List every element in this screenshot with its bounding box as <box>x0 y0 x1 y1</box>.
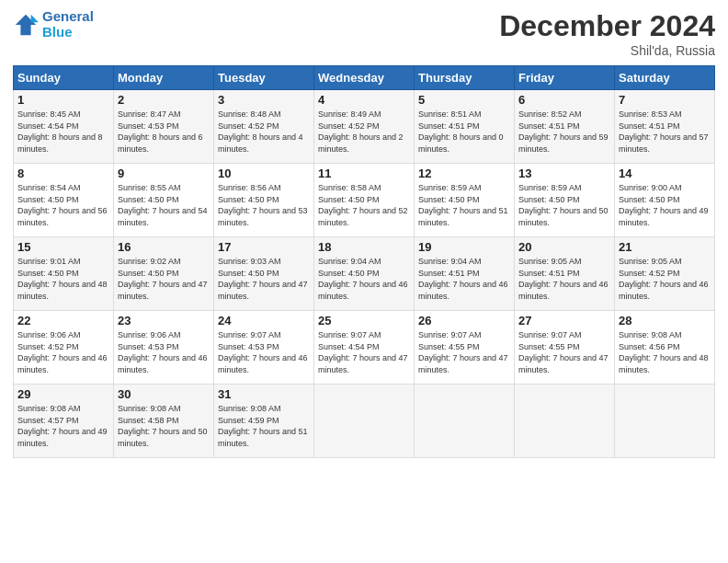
day-number: 20 <box>518 240 610 254</box>
day-number: 18 <box>318 240 410 254</box>
day-header-wednesday: Wednesday <box>314 66 415 90</box>
day-header-tuesday: Tuesday <box>214 66 314 90</box>
day-number: 15 <box>17 240 109 254</box>
header-row: SundayMondayTuesdayWednesdayThursdayFrid… <box>14 66 715 90</box>
day-number: 28 <box>619 314 711 327</box>
title-block: December 2024 Shil'da, Russia <box>499 9 715 58</box>
week-row-5: 29Sunrise: 9:08 AMSunset: 4:57 PMDayligh… <box>14 385 715 458</box>
cell-info: Sunrise: 9:07 AMSunset: 4:55 PMDaylight:… <box>518 329 610 375</box>
day-number: 25 <box>318 314 410 327</box>
day-number: 31 <box>218 387 310 401</box>
cell-info: Sunrise: 9:08 AMSunset: 4:59 PMDaylight:… <box>218 403 310 449</box>
day-cell: 20Sunrise: 9:05 AMSunset: 4:51 PMDayligh… <box>515 237 615 311</box>
day-cell: 2Sunrise: 8:47 AMSunset: 4:53 PMDaylight… <box>114 90 214 164</box>
day-cell <box>314 385 415 458</box>
day-cell: 6Sunrise: 8:52 AMSunset: 4:51 PMDaylight… <box>515 90 615 164</box>
day-cell: 14Sunrise: 9:00 AMSunset: 4:50 PMDayligh… <box>615 164 715 237</box>
cell-info: Sunrise: 9:04 AMSunset: 4:51 PMDaylight:… <box>418 256 510 302</box>
day-cell: 18Sunrise: 9:04 AMSunset: 4:50 PMDayligh… <box>314 237 415 311</box>
day-cell: 12Sunrise: 8:59 AMSunset: 4:50 PMDayligh… <box>415 164 515 237</box>
day-number: 3 <box>218 93 310 107</box>
day-number: 6 <box>518 93 610 107</box>
day-header-sunday: Sunday <box>14 66 114 90</box>
day-cell: 23Sunrise: 9:06 AMSunset: 4:53 PMDayligh… <box>114 311 214 385</box>
day-cell: 3Sunrise: 8:48 AMSunset: 4:52 PMDaylight… <box>214 90 314 164</box>
day-cell: 16Sunrise: 9:02 AMSunset: 4:50 PMDayligh… <box>114 237 214 311</box>
week-row-1: 1Sunrise: 8:45 AMSunset: 4:54 PMDaylight… <box>14 90 715 164</box>
week-row-3: 15Sunrise: 9:01 AMSunset: 4:50 PMDayligh… <box>14 237 715 311</box>
day-cell: 1Sunrise: 8:45 AMSunset: 4:54 PMDaylight… <box>14 90 114 164</box>
location: Shil'da, Russia <box>499 43 715 58</box>
cell-info: Sunrise: 9:01 AMSunset: 4:50 PMDaylight:… <box>17 256 109 302</box>
day-cell: 13Sunrise: 8:59 AMSunset: 4:50 PMDayligh… <box>515 164 615 237</box>
day-header-saturday: Saturday <box>615 66 715 90</box>
cell-info: Sunrise: 9:03 AMSunset: 4:50 PMDaylight:… <box>218 256 310 302</box>
day-cell: 24Sunrise: 9:07 AMSunset: 4:53 PMDayligh… <box>214 311 314 385</box>
day-cell: 17Sunrise: 9:03 AMSunset: 4:50 PMDayligh… <box>214 237 314 311</box>
day-cell: 8Sunrise: 8:54 AMSunset: 4:50 PMDaylight… <box>14 164 114 237</box>
day-cell: 10Sunrise: 8:56 AMSunset: 4:50 PMDayligh… <box>214 164 314 237</box>
cell-info: Sunrise: 8:53 AMSunset: 4:51 PMDaylight:… <box>619 109 711 155</box>
cell-info: Sunrise: 8:45 AMSunset: 4:54 PMDaylight:… <box>17 109 109 155</box>
day-cell: 31Sunrise: 9:08 AMSunset: 4:59 PMDayligh… <box>214 385 314 458</box>
cell-info: Sunrise: 9:06 AMSunset: 4:53 PMDaylight:… <box>118 329 210 375</box>
header: General Blue December 2024 Shil'da, Russ… <box>13 9 715 58</box>
day-number: 17 <box>218 240 310 254</box>
cell-info: Sunrise: 8:48 AMSunset: 4:52 PMDaylight:… <box>218 109 310 155</box>
cell-info: Sunrise: 8:59 AMSunset: 4:50 PMDaylight:… <box>418 182 510 228</box>
cell-info: Sunrise: 8:55 AMSunset: 4:50 PMDaylight:… <box>118 182 210 228</box>
day-header-thursday: Thursday <box>415 66 515 90</box>
cell-info: Sunrise: 9:05 AMSunset: 4:52 PMDaylight:… <box>619 256 711 302</box>
month-title: December 2024 <box>499 9 715 43</box>
day-cell: 5Sunrise: 8:51 AMSunset: 4:51 PMDaylight… <box>415 90 515 164</box>
day-number: 29 <box>17 387 109 401</box>
day-cell: 7Sunrise: 8:53 AMSunset: 4:51 PMDaylight… <box>615 90 715 164</box>
day-cell: 9Sunrise: 8:55 AMSunset: 4:50 PMDaylight… <box>114 164 214 237</box>
day-number: 10 <box>218 167 310 180</box>
logo-icon <box>13 12 39 38</box>
day-number: 13 <box>518 167 610 180</box>
day-number: 11 <box>318 167 410 180</box>
cell-info: Sunrise: 8:51 AMSunset: 4:51 PMDaylight:… <box>418 109 510 155</box>
cell-info: Sunrise: 9:08 AMSunset: 4:57 PMDaylight:… <box>17 403 109 449</box>
day-cell: 27Sunrise: 9:07 AMSunset: 4:55 PMDayligh… <box>515 311 615 385</box>
day-number: 26 <box>418 314 510 327</box>
cell-info: Sunrise: 9:04 AMSunset: 4:50 PMDaylight:… <box>318 256 410 302</box>
week-row-2: 8Sunrise: 8:54 AMSunset: 4:50 PMDaylight… <box>14 164 715 237</box>
day-number: 8 <box>17 167 109 180</box>
cell-info: Sunrise: 8:59 AMSunset: 4:50 PMDaylight:… <box>518 182 610 228</box>
day-number: 22 <box>17 314 109 327</box>
day-number: 12 <box>418 167 510 180</box>
day-cell: 30Sunrise: 9:08 AMSunset: 4:58 PMDayligh… <box>114 385 214 458</box>
cell-info: Sunrise: 8:49 AMSunset: 4:52 PMDaylight:… <box>318 109 410 155</box>
day-cell: 28Sunrise: 9:08 AMSunset: 4:56 PMDayligh… <box>615 311 715 385</box>
day-header-monday: Monday <box>114 66 214 90</box>
day-number: 7 <box>619 93 711 107</box>
day-cell <box>415 385 515 458</box>
day-number: 27 <box>518 314 610 327</box>
cell-info: Sunrise: 9:08 AMSunset: 4:58 PMDaylight:… <box>118 403 210 449</box>
day-number: 9 <box>118 167 210 180</box>
day-header-friday: Friday <box>515 66 615 90</box>
logo-text-line2: Blue <box>42 25 94 40</box>
day-number: 4 <box>318 93 410 107</box>
cell-info: Sunrise: 9:07 AMSunset: 4:55 PMDaylight:… <box>418 329 510 375</box>
day-number: 23 <box>118 314 210 327</box>
day-cell: 11Sunrise: 8:58 AMSunset: 4:50 PMDayligh… <box>314 164 415 237</box>
cell-info: Sunrise: 8:58 AMSunset: 4:50 PMDaylight:… <box>318 182 410 228</box>
day-cell: 22Sunrise: 9:06 AMSunset: 4:52 PMDayligh… <box>14 311 114 385</box>
day-cell: 15Sunrise: 9:01 AMSunset: 4:50 PMDayligh… <box>14 237 114 311</box>
day-number: 14 <box>619 167 711 180</box>
day-number: 1 <box>17 93 109 107</box>
svg-marker-1 <box>31 14 39 21</box>
day-cell: 21Sunrise: 9:05 AMSunset: 4:52 PMDayligh… <box>615 237 715 311</box>
cell-info: Sunrise: 9:02 AMSunset: 4:50 PMDaylight:… <box>118 256 210 302</box>
day-cell: 19Sunrise: 9:04 AMSunset: 4:51 PMDayligh… <box>415 237 515 311</box>
day-number: 30 <box>118 387 210 401</box>
day-number: 19 <box>418 240 510 254</box>
day-cell <box>515 385 615 458</box>
calendar-page: General Blue December 2024 Shil'da, Russ… <box>0 0 728 563</box>
cell-info: Sunrise: 8:54 AMSunset: 4:50 PMDaylight:… <box>17 182 109 228</box>
day-cell: 4Sunrise: 8:49 AMSunset: 4:52 PMDaylight… <box>314 90 415 164</box>
calendar-table: SundayMondayTuesdayWednesdayThursdayFrid… <box>13 65 715 458</box>
